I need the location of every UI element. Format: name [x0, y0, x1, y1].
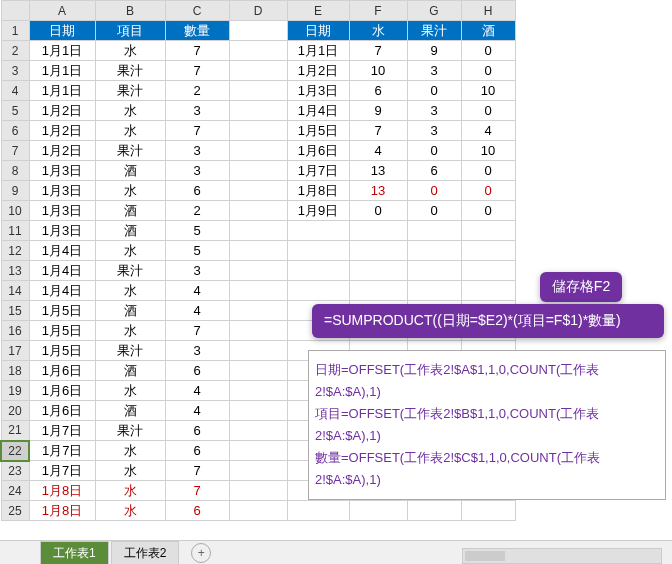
cell-C19[interactable]: 4: [165, 381, 229, 401]
cell-E4[interactable]: 1月3日: [287, 81, 349, 101]
cell-A6[interactable]: 1月2日: [29, 121, 95, 141]
cell-G14[interactable]: [407, 281, 461, 301]
cell-A4[interactable]: 1月1日: [29, 81, 95, 101]
cell-D18[interactable]: [229, 361, 287, 381]
cell-G11[interactable]: [407, 221, 461, 241]
cell-B4[interactable]: 果汁: [95, 81, 165, 101]
cell-H3[interactable]: 0: [461, 61, 515, 81]
select-all-corner[interactable]: [1, 1, 29, 21]
cell-G13[interactable]: [407, 261, 461, 281]
cell-A8[interactable]: 1月3日: [29, 161, 95, 181]
cell-H8[interactable]: 0: [461, 161, 515, 181]
cell-B22[interactable]: 水: [95, 441, 165, 461]
cell-G4[interactable]: 0: [407, 81, 461, 101]
cell-B20[interactable]: 酒: [95, 401, 165, 421]
cell-A9[interactable]: 1月3日: [29, 181, 95, 201]
cell-C9[interactable]: 6: [165, 181, 229, 201]
cell-D5[interactable]: [229, 101, 287, 121]
cell-D8[interactable]: [229, 161, 287, 181]
cell-D14[interactable]: [229, 281, 287, 301]
cell-E13[interactable]: [287, 261, 349, 281]
cell-D9[interactable]: [229, 181, 287, 201]
cell-A5[interactable]: 1月2日: [29, 101, 95, 121]
cell-G9[interactable]: 0: [407, 181, 461, 201]
cell-D21[interactable]: [229, 421, 287, 441]
cell-F4[interactable]: 6: [349, 81, 407, 101]
cell-E11[interactable]: [287, 221, 349, 241]
cell-A21[interactable]: 1月7日: [29, 421, 95, 441]
cell-A2[interactable]: 1月1日: [29, 41, 95, 61]
cell-B13[interactable]: 果汁: [95, 261, 165, 281]
row-header-23[interactable]: 23: [1, 461, 29, 481]
row-header-6[interactable]: 6: [1, 121, 29, 141]
cell-E10[interactable]: 1月9日: [287, 201, 349, 221]
cell-D16[interactable]: [229, 321, 287, 341]
cell-D2[interactable]: [229, 41, 287, 61]
cell-C20[interactable]: 4: [165, 401, 229, 421]
cell-G25[interactable]: [407, 501, 461, 521]
cell-H12[interactable]: [461, 241, 515, 261]
row-header-24[interactable]: 24: [1, 481, 29, 501]
cell-B5[interactable]: 水: [95, 101, 165, 121]
row-header-12[interactable]: 12: [1, 241, 29, 261]
cell-E8[interactable]: 1月7日: [287, 161, 349, 181]
cell-B17[interactable]: 果汁: [95, 341, 165, 361]
cell-H7[interactable]: 10: [461, 141, 515, 161]
cell-F12[interactable]: [349, 241, 407, 261]
row-header-15[interactable]: 15: [1, 301, 29, 321]
cell-A19[interactable]: 1月6日: [29, 381, 95, 401]
cell-A25[interactable]: 1月8日: [29, 501, 95, 521]
cell-E7[interactable]: 1月6日: [287, 141, 349, 161]
col-header-F[interactable]: F: [349, 1, 407, 21]
cell-A11[interactable]: 1月3日: [29, 221, 95, 241]
cell-C5[interactable]: 3: [165, 101, 229, 121]
cell-H13[interactable]: [461, 261, 515, 281]
cell-A10[interactable]: 1月3日: [29, 201, 95, 221]
row-header-4[interactable]: 4: [1, 81, 29, 101]
cell-D22[interactable]: [229, 441, 287, 461]
cell-B1[interactable]: 項目: [95, 21, 165, 41]
col-header-D[interactable]: D: [229, 1, 287, 21]
cell-F5[interactable]: 9: [349, 101, 407, 121]
row-header-16[interactable]: 16: [1, 321, 29, 341]
cell-B19[interactable]: 水: [95, 381, 165, 401]
row-header-21[interactable]: 21: [1, 421, 29, 441]
horizontal-scrollbar[interactable]: [462, 548, 662, 564]
cell-D7[interactable]: [229, 141, 287, 161]
cell-A22[interactable]: 1月7日: [29, 441, 95, 461]
cell-E1[interactable]: 日期: [287, 21, 349, 41]
sheet-tab-1[interactable]: 工作表1: [40, 541, 109, 565]
cell-B21[interactable]: 果汁: [95, 421, 165, 441]
cell-F6[interactable]: 7: [349, 121, 407, 141]
row-header-22[interactable]: 22: [1, 441, 29, 461]
row-header-14[interactable]: 14: [1, 281, 29, 301]
cell-D6[interactable]: [229, 121, 287, 141]
cell-H6[interactable]: 4: [461, 121, 515, 141]
cell-A23[interactable]: 1月7日: [29, 461, 95, 481]
row-header-11[interactable]: 11: [1, 221, 29, 241]
cell-D19[interactable]: [229, 381, 287, 401]
cell-A16[interactable]: 1月5日: [29, 321, 95, 341]
cell-H1[interactable]: 酒: [461, 21, 515, 41]
cell-C21[interactable]: 6: [165, 421, 229, 441]
cell-G3[interactable]: 3: [407, 61, 461, 81]
cell-B8[interactable]: 酒: [95, 161, 165, 181]
cell-B24[interactable]: 水: [95, 481, 165, 501]
sheet-tab-2[interactable]: 工作表2: [111, 541, 180, 565]
row-header-13[interactable]: 13: [1, 261, 29, 281]
row-header-20[interactable]: 20: [1, 401, 29, 421]
cell-F7[interactable]: 4: [349, 141, 407, 161]
cell-E12[interactable]: [287, 241, 349, 261]
cell-C18[interactable]: 6: [165, 361, 229, 381]
cell-G2[interactable]: 9: [407, 41, 461, 61]
cell-H10[interactable]: 0: [461, 201, 515, 221]
cell-H11[interactable]: [461, 221, 515, 241]
cell-C17[interactable]: 3: [165, 341, 229, 361]
cell-D24[interactable]: [229, 481, 287, 501]
row-header-8[interactable]: 8: [1, 161, 29, 181]
cell-B12[interactable]: 水: [95, 241, 165, 261]
cell-F25[interactable]: [349, 501, 407, 521]
cell-H5[interactable]: 0: [461, 101, 515, 121]
cell-C2[interactable]: 7: [165, 41, 229, 61]
cell-C24[interactable]: 7: [165, 481, 229, 501]
